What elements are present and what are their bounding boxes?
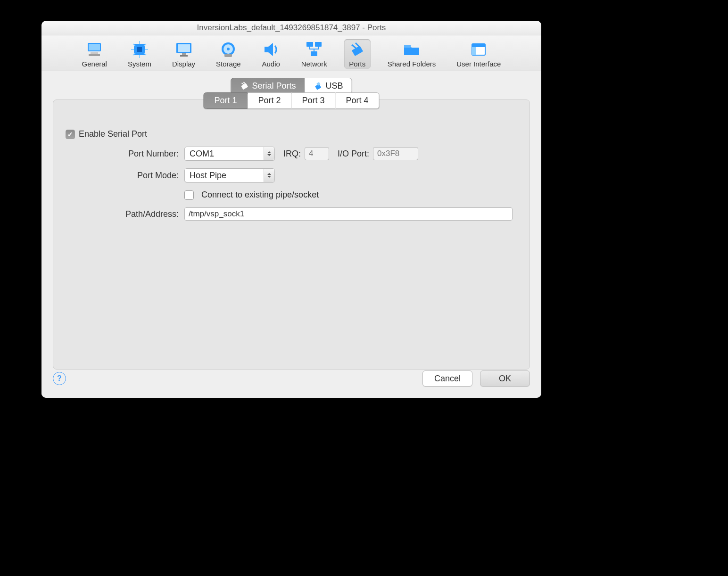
tab-system[interactable]: System — [124, 39, 155, 69]
network-icon — [305, 41, 323, 58]
tab-network[interactable]: Network — [298, 39, 331, 69]
enable-serial-port-label: Enable Serial Port — [79, 129, 147, 139]
irq-label: IRQ: — [283, 149, 301, 159]
subtab-label: USB — [326, 81, 343, 91]
ok-button[interactable]: OK — [480, 370, 530, 387]
serial-port-panel: Port 1 Port 2 Port 3 Port 4 Enable Seria… — [53, 99, 530, 370]
tab-audio[interactable]: Audio — [258, 39, 284, 69]
connect-existing-checkbox[interactable] — [184, 190, 194, 200]
svg-rect-15 — [178, 44, 190, 52]
svg-rect-24 — [311, 51, 317, 56]
window-title: InversionLabs_default_1493269851874_3897… — [41, 21, 541, 35]
monitor-icon — [85, 41, 104, 58]
window-icon — [469, 41, 488, 58]
tab-display[interactable]: Display — [168, 39, 199, 69]
svg-line-26 — [352, 45, 356, 49]
port-mode-label: Port Mode: — [70, 171, 184, 181]
section-toolbar: General System Display Storage Audio — [41, 35, 541, 71]
svg-line-34 — [243, 82, 245, 84]
port-tab-3[interactable]: Port 3 — [292, 92, 336, 109]
help-button[interactable]: ? — [53, 372, 66, 385]
chip-icon — [130, 41, 149, 58]
svg-rect-16 — [182, 53, 186, 55]
svg-rect-31 — [472, 47, 476, 55]
tab-storage[interactable]: Storage — [212, 39, 245, 69]
ioport-field — [373, 147, 418, 160]
port-number-select[interactable]: COM1 — [184, 147, 275, 161]
svg-rect-22 — [306, 42, 313, 47]
folder-icon — [402, 41, 421, 58]
ioport-label: I/O Port: — [338, 149, 369, 159]
svg-rect-32 — [241, 83, 248, 90]
tab-label: System — [128, 60, 151, 68]
enable-serial-port-checkbox[interactable] — [66, 130, 75, 139]
svg-line-27 — [356, 43, 359, 47]
svg-rect-25 — [352, 46, 363, 56]
subtab-label: Serial Ports — [252, 81, 296, 91]
ports-icon — [348, 41, 367, 58]
path-address-field[interactable] — [184, 207, 513, 221]
help-icon: ? — [57, 374, 62, 383]
irq-field — [305, 147, 329, 160]
chevron-updown-icon — [264, 147, 274, 160]
subtab-serial-ports[interactable]: Serial Ports — [231, 78, 305, 94]
subtab-usb[interactable]: USB — [305, 78, 352, 94]
svg-rect-5 — [137, 47, 142, 52]
connect-existing-label: Connect to existing pipe/socket — [201, 190, 319, 200]
cancel-button[interactable]: Cancel — [422, 370, 472, 387]
svg-rect-2 — [91, 52, 98, 54]
serial-port-form: Enable Serial Port Port Number: COM1 IRQ… — [53, 118, 529, 221]
port-tabs: Port 1 Port 2 Port 3 Port 4 — [204, 92, 380, 109]
tab-label: Audio — [262, 60, 280, 68]
tab-ports[interactable]: Ports — [344, 39, 371, 69]
svg-line-33 — [241, 83, 244, 85]
svg-rect-28 — [404, 45, 411, 48]
tab-label: Ports — [349, 60, 365, 68]
usb-icon — [314, 81, 323, 91]
tab-user-interface[interactable]: User Interface — [453, 39, 505, 69]
tab-label: Display — [172, 60, 195, 68]
svg-rect-21 — [224, 54, 232, 57]
chevron-updown-icon — [264, 169, 274, 182]
svg-rect-30 — [472, 44, 485, 47]
disk-icon — [219, 41, 238, 58]
svg-rect-23 — [315, 42, 322, 47]
settings-window: InversionLabs_default_1493269851874_3897… — [41, 21, 541, 398]
svg-rect-1 — [89, 44, 100, 50]
tab-label: Storage — [216, 60, 241, 68]
port-tab-2[interactable]: Port 2 — [248, 92, 292, 109]
display-icon — [174, 41, 193, 58]
port-tab-1[interactable]: Port 1 — [204, 92, 248, 109]
port-tab-4[interactable]: Port 4 — [336, 92, 380, 109]
tab-label: General — [82, 60, 107, 68]
tab-shared-folders[interactable]: Shared Folders — [384, 39, 440, 69]
path-address-label: Path/Address: — [70, 209, 184, 219]
speaker-icon — [262, 41, 281, 58]
svg-rect-17 — [180, 55, 188, 57]
tab-label: User Interface — [456, 60, 501, 68]
port-number-value: COM1 — [185, 149, 264, 159]
ports-subtabs: Serial Ports USB — [231, 78, 352, 94]
tab-label: Network — [301, 60, 327, 68]
tab-general[interactable]: General — [78, 39, 111, 69]
dialog-footer: ? Cancel OK — [41, 364, 541, 398]
svg-point-20 — [227, 48, 230, 50]
content-area: Serial Ports USB Port 1 Port 2 Port 3 Po… — [41, 71, 541, 398]
port-number-label: Port Number: — [70, 149, 184, 159]
serial-icon — [240, 81, 249, 91]
svg-rect-3 — [89, 54, 100, 56]
tab-label: Shared Folders — [388, 60, 436, 68]
port-mode-value: Host Pipe — [185, 171, 264, 181]
port-mode-select[interactable]: Host Pipe — [184, 168, 275, 182]
